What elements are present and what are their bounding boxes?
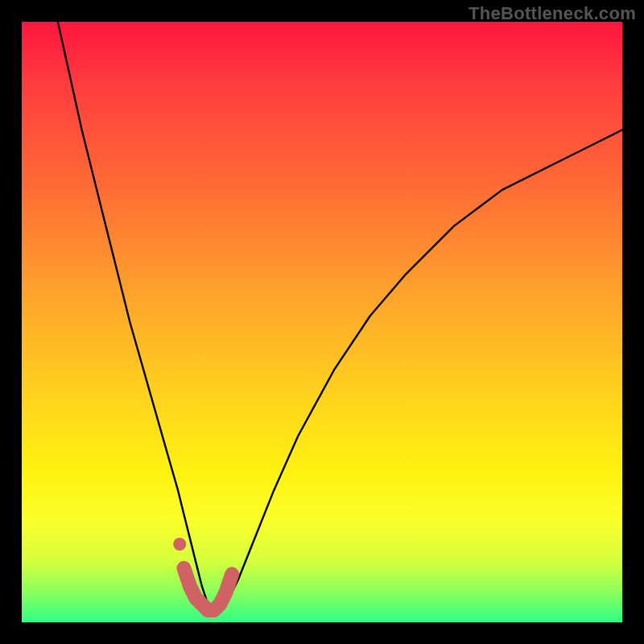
outer-frame: TheBottleneck.com (0, 0, 644, 644)
bottleneck-curve-path (58, 22, 622, 610)
highlight-segment-path (184, 568, 232, 610)
watermark-text: TheBottleneck.com (469, 3, 636, 24)
plot-area (22, 22, 622, 622)
chart-svg (22, 22, 622, 622)
highlight-dot (173, 538, 186, 551)
